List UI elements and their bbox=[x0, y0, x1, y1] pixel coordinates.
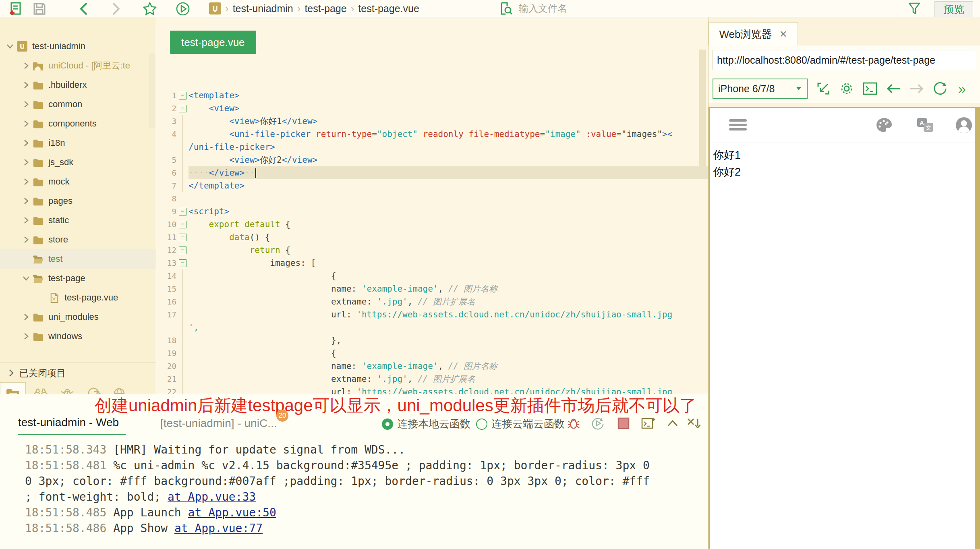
theme-palette-button[interactable] bbox=[875, 116, 893, 135]
chevron-right-icon[interactable] bbox=[21, 178, 31, 186]
tree-item-test-page-vue[interactable]: Vtest-page.vue bbox=[0, 288, 156, 307]
code-line[interactable]: 5 <view>你好2</view> bbox=[156, 153, 708, 166]
chevron-right-icon[interactable] bbox=[21, 236, 31, 244]
tree-item-store[interactable]: store bbox=[0, 230, 156, 249]
code-line[interactable]: 1−<template> bbox=[156, 89, 708, 102]
breadcrumb-file[interactable]: test-page.vue bbox=[358, 3, 419, 15]
chevron-down-icon[interactable] bbox=[21, 276, 31, 281]
console-tab-unicloud[interactable]: [test-uniadmin] - uniC... bbox=[160, 417, 277, 430]
tree-item-test-page[interactable]: test-page bbox=[0, 269, 156, 288]
chevron-right-icon[interactable] bbox=[21, 62, 31, 70]
code-line[interactable]: 13− images: [ bbox=[156, 257, 708, 269]
radio-local-cloud-function[interactable]: 连接本地云函数 bbox=[382, 417, 470, 431]
search-input[interactable] bbox=[518, 2, 850, 15]
browser-refresh-button[interactable] bbox=[932, 81, 948, 96]
device-select[interactable]: iPhone 6/7/8 bbox=[713, 79, 808, 99]
scale-screen-button[interactable] bbox=[816, 81, 831, 96]
tree-item-windows[interactable]: windows bbox=[0, 327, 156, 346]
log-source-link[interactable]: at App.vue:50 bbox=[188, 506, 276, 519]
code-line[interactable]: 12− return { bbox=[156, 244, 708, 257]
radio-remote-cloud-function[interactable]: 连接云端云函数 bbox=[476, 417, 565, 431]
new-file-button[interactable] bbox=[7, 2, 23, 16]
tree-item-uni-modules[interactable]: uni_modules bbox=[0, 307, 156, 327]
code-line[interactable]: 7</template> bbox=[156, 179, 708, 192]
chevron-right-icon[interactable] bbox=[21, 100, 31, 108]
code-line[interactable]: 17 url: 'https://web-assets.dcloud.net.c… bbox=[156, 308, 708, 321]
chevron-right-icon[interactable] bbox=[21, 332, 31, 340]
closed-projects-section[interactable]: 已关闭项目 bbox=[0, 364, 164, 382]
fold-toggle[interactable]: − bbox=[176, 89, 189, 102]
code-editor[interactable]: test-page.vue 1−<template>2− <view>3 <vi… bbox=[156, 17, 708, 394]
tree-item-components[interactable]: components bbox=[0, 114, 156, 133]
tree-item-mock[interactable]: mock bbox=[0, 172, 156, 191]
chevron-right-icon[interactable] bbox=[21, 313, 31, 321]
fold-toggle[interactable]: − bbox=[176, 218, 189, 231]
chevron-right-icon[interactable] bbox=[21, 158, 31, 166]
chevron-right-icon[interactable] bbox=[21, 120, 31, 128]
chevron-down-icon[interactable] bbox=[5, 44, 15, 49]
code-line[interactable]: 16 extname: '.jpg', // 图片扩展名 bbox=[156, 295, 708, 308]
chevron-right-icon[interactable] bbox=[21, 81, 31, 89]
fold-toggle[interactable]: − bbox=[176, 244, 189, 257]
tree-item-static[interactable]: static bbox=[0, 211, 156, 230]
code-line[interactable]: 3 <view>你好1</view> bbox=[156, 115, 708, 128]
code-line[interactable]: 8 bbox=[156, 192, 708, 205]
language-switch-button[interactable]: A 文 bbox=[916, 116, 934, 135]
sidebar-scrollbar[interactable] bbox=[149, 54, 155, 128]
menu-icon[interactable] bbox=[729, 117, 747, 133]
user-avatar[interactable] bbox=[955, 116, 973, 135]
stop-button[interactable] bbox=[615, 416, 632, 431]
code-line[interactable]: 19 { bbox=[156, 347, 708, 360]
more-tools-button[interactable]: » bbox=[958, 81, 966, 97]
log-source-link[interactable]: at App.vue:33 bbox=[168, 490, 256, 503]
chevron-right-icon[interactable] bbox=[21, 197, 31, 205]
fold-toggle[interactable]: − bbox=[176, 257, 189, 269]
collapse-panel-button[interactable] bbox=[665, 416, 681, 431]
code-line[interactable]: 14 { bbox=[156, 269, 708, 282]
tree-item-common[interactable]: common bbox=[0, 95, 156, 114]
tree-item-hbuilderx[interactable]: .hbuilderx bbox=[0, 75, 156, 95]
settings-button[interactable] bbox=[839, 81, 854, 96]
back-button[interactable] bbox=[76, 2, 92, 16]
log-source-link[interactable]: at App.vue:77 bbox=[174, 522, 263, 535]
fold-toggle[interactable]: − bbox=[176, 102, 189, 115]
tree-item-test[interactable]: test bbox=[0, 249, 156, 269]
code-line[interactable]: /uni-file-picker> bbox=[156, 141, 708, 153]
restart-run-button[interactable] bbox=[590, 416, 606, 431]
code-line[interactable]: 18 }, bbox=[156, 334, 708, 347]
debug-button[interactable] bbox=[566, 416, 582, 431]
chevron-right-icon[interactable] bbox=[21, 139, 31, 147]
breadcrumb-folder[interactable]: test-page bbox=[305, 3, 346, 15]
console-tab-web[interactable]: test-uniadmin - Web bbox=[18, 416, 119, 429]
tree-item-test-uniadmin[interactable]: test-uniadmin bbox=[0, 37, 156, 56]
browser-tab[interactable]: Web浏览器 ✕ bbox=[709, 22, 798, 46]
tree-item-pages[interactable]: pages bbox=[0, 191, 156, 211]
tree-item-unicloud-te[interactable]: uniCloud - [阿里云:te bbox=[0, 56, 156, 75]
console-log[interactable]: 18:51:58.343 [HMR] Waiting for update si… bbox=[25, 442, 650, 536]
url-input[interactable] bbox=[713, 50, 975, 70]
code-area[interactable]: 1−<template>2− <view>3 <view>你好1</view>4… bbox=[156, 89, 708, 394]
console-button[interactable] bbox=[862, 81, 878, 96]
editor-tab-test-page-vue[interactable]: test-page.vue bbox=[170, 31, 256, 54]
chevron-right-icon[interactable] bbox=[21, 216, 31, 224]
code-line[interactable]: 22 url: 'https://web-assets.dcloud.net.c… bbox=[156, 385, 708, 394]
code-line[interactable]: 6····</view>·· bbox=[156, 166, 708, 179]
code-line[interactable]: 15 name: 'example-image', // 图片名称 bbox=[156, 282, 708, 295]
fold-toggle[interactable]: − bbox=[176, 205, 189, 218]
code-line[interactable]: 9−<script> bbox=[156, 205, 708, 218]
editor-scrollbar[interactable] bbox=[699, 50, 706, 166]
new-terminal-button[interactable] bbox=[640, 416, 657, 431]
code-line[interactable]: 20 name: 'example-image', // 图片名称 bbox=[156, 360, 708, 373]
code-line[interactable]: 11− data() { bbox=[156, 231, 708, 244]
breadcrumb-project[interactable]: test-uniadmin bbox=[233, 3, 293, 15]
code-line[interactable]: ', bbox=[156, 321, 708, 334]
code-line[interactable]: 2− <view> bbox=[156, 102, 708, 115]
filter-button[interactable] bbox=[905, 2, 923, 16]
tree-item-i18n[interactable]: i18n bbox=[0, 133, 156, 153]
divider[interactable] bbox=[156, 17, 156, 394]
forward-button[interactable] bbox=[108, 2, 124, 16]
close-icon[interactable]: ✕ bbox=[779, 29, 787, 40]
run-button[interactable] bbox=[175, 2, 191, 16]
browser-back-button[interactable] bbox=[886, 81, 901, 96]
tree-item-js-sdk[interactable]: js_sdk bbox=[0, 153, 156, 172]
